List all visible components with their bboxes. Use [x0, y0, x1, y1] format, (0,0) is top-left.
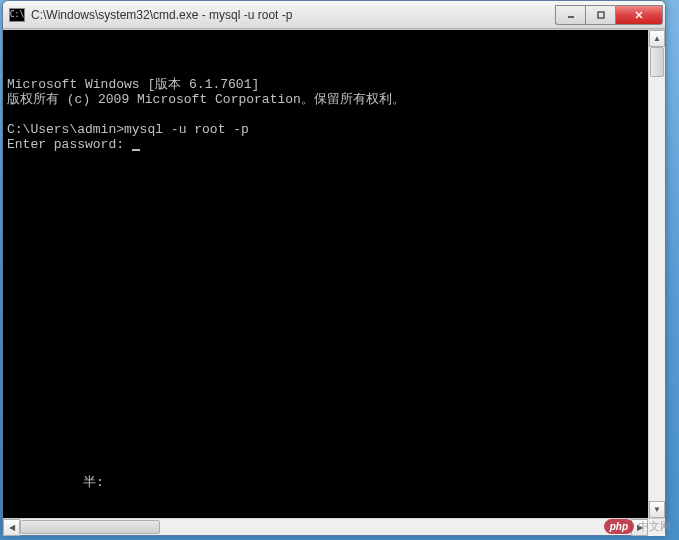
watermark: php 中文网 — [604, 519, 671, 534]
terminal-line: C:\Users\admin>mysql -u root -p — [7, 122, 644, 137]
horizontal-scroll-track[interactable] — [20, 519, 631, 535]
scroll-left-button[interactable]: ◀ — [3, 519, 20, 536]
maximize-button[interactable] — [585, 5, 615, 25]
vertical-scroll-thumb[interactable] — [650, 47, 664, 77]
terminal-line: 版权所有 (c) 2009 Microsoft Corporation。保留所有… — [7, 92, 644, 107]
vertical-scrollbar[interactable]: ▲ ▼ — [648, 30, 665, 518]
terminal-line: Microsoft Windows [版本 6.1.7601] — [7, 77, 644, 92]
terminal-output[interactable]: Microsoft Windows [版本 6.1.7601]版权所有 (c) … — [3, 30, 648, 518]
terminal-line: Enter password: — [7, 137, 644, 152]
close-button[interactable] — [615, 5, 663, 25]
terminal-line — [7, 107, 644, 122]
watermark-badge: php — [604, 519, 634, 534]
scroll-down-button[interactable]: ▼ — [649, 501, 665, 518]
titlebar[interactable]: C:\ C:\Windows\system32\cmd.exe - mysql … — [3, 1, 665, 29]
horizontal-scroll-thumb[interactable] — [20, 520, 160, 534]
scroll-up-button[interactable]: ▲ — [649, 30, 665, 47]
window-title: C:\Windows\system32\cmd.exe - mysql -u r… — [31, 8, 555, 22]
minimize-button[interactable] — [555, 5, 585, 25]
stray-text: 半: — [83, 475, 104, 490]
watermark-text: 中文网 — [638, 519, 671, 534]
vertical-scroll-track[interactable] — [649, 47, 665, 501]
cmd-icon: C:\ — [9, 8, 25, 22]
horizontal-scrollbar-row: ◀ ▶ — [3, 518, 665, 535]
cursor — [132, 149, 140, 151]
window-controls — [555, 5, 663, 25]
cmd-window: C:\ C:\Windows\system32\cmd.exe - mysql … — [2, 0, 666, 536]
svg-rect-1 — [598, 12, 604, 18]
content-area: Microsoft Windows [版本 6.1.7601]版权所有 (c) … — [3, 29, 665, 518]
